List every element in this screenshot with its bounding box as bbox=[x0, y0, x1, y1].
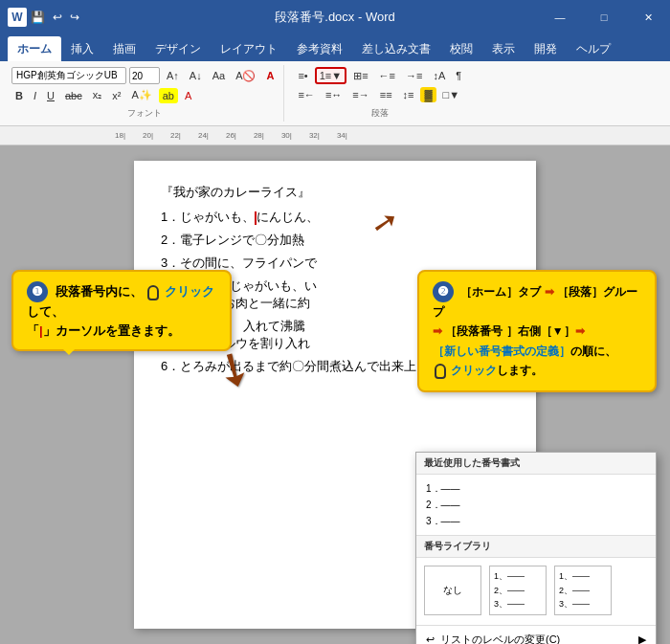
tab-layout[interactable]: レイアウト bbox=[211, 36, 287, 61]
close-button[interactable]: ✕ bbox=[626, 0, 670, 34]
line-spacing-button[interactable]: ↕≡ bbox=[399, 87, 418, 102]
show-marks-button[interactable]: ¶ bbox=[452, 68, 465, 83]
list-numbered-1[interactable]: 1、—— 2、—— 3、—— bbox=[489, 566, 547, 615]
tab-insert[interactable]: 挿入 bbox=[61, 36, 103, 61]
dropdown-level-change[interactable]: ↩ リストのレベルの変更(C) ▶ bbox=[416, 628, 656, 644]
font-color2-button[interactable]: A bbox=[181, 88, 195, 103]
increase-font-button[interactable]: A↑ bbox=[163, 68, 183, 83]
font-row2: B I U abc x₂ x² A✨ ab A bbox=[11, 87, 195, 103]
highlight-button[interactable]: ab bbox=[159, 88, 178, 103]
justify-button[interactable]: ≡≡ bbox=[376, 87, 396, 102]
superscript-button[interactable]: x² bbox=[108, 88, 124, 103]
text-effect-button[interactable]: A✨ bbox=[127, 87, 155, 103]
list-numbered-2[interactable]: 1、—— 2、—— 3、—— bbox=[554, 566, 612, 615]
tab-review[interactable]: 校閲 bbox=[440, 36, 482, 61]
callout-1: ❶ 段落番号内に、 クリックして、 「|」カーソルを置きます。 bbox=[11, 270, 232, 351]
dropdown-library-label: 番号ライブラリ bbox=[416, 535, 656, 558]
dropdown-divider-1 bbox=[416, 625, 656, 626]
level-change-icon: ↩ bbox=[426, 633, 435, 644]
font-row1: A↑ A↓ Aa A🚫 A bbox=[11, 67, 278, 84]
callout1-number: ❶ bbox=[27, 281, 48, 302]
titlebar: W 💾 ↩ ↪ 段落番号.docx - Word — □ ✕ bbox=[0, 0, 670, 34]
callout2-number: ❷ bbox=[433, 281, 454, 302]
text-cursor bbox=[255, 211, 257, 225]
ruler: 18| 20| 22| 24| 26| 28| 30| 32| 34| bbox=[0, 126, 670, 145]
ribbon-tabs: ホーム 挿入 描画 デザイン レイアウト 参考資料 差し込み文書 校閲 表示 開… bbox=[0, 34, 670, 61]
tab-view[interactable]: 表示 bbox=[482, 36, 525, 61]
callout1-text: ❶ 段落番号内に、 クリックして、 「|」カーソルを置きます。 bbox=[27, 281, 216, 340]
italic-button[interactable]: I bbox=[30, 88, 40, 103]
font-case-button[interactable]: Aa bbox=[209, 68, 229, 83]
callout1-cursor: | bbox=[39, 323, 43, 338]
level-change-arrow: ▶ bbox=[638, 633, 646, 644]
callout2-highlight: ［新しい番号書式の定義］ bbox=[433, 344, 570, 358]
increase-indent-button[interactable]: →≡ bbox=[402, 68, 426, 83]
underline-button[interactable]: U bbox=[43, 88, 58, 103]
tab-help[interactable]: ヘルプ bbox=[567, 36, 620, 61]
font-size-input[interactable] bbox=[129, 67, 160, 84]
list-item[interactable]: 1．じゃがいも、にんじん、 bbox=[161, 209, 509, 226]
maximize-button[interactable]: □ bbox=[582, 0, 626, 34]
dropdown-library-items: なし 1、—— 2、—— 3、—— 1、—— 2、—— 3、—— bbox=[416, 558, 656, 623]
clear-format-button[interactable]: A🚫 bbox=[232, 68, 259, 84]
minimize-button[interactable]: — bbox=[538, 0, 582, 34]
ribbon-group-paragraph: ≡• 1≡▼ ⊞≡ ←≡ →≡ ↕A ¶ ≡← ≡↔ ≡→ ≡≡ ↕≡ ▓ □▼… bbox=[288, 65, 471, 122]
borders-button[interactable]: □▼ bbox=[439, 87, 464, 102]
font-name-input[interactable] bbox=[11, 67, 126, 84]
bold-button[interactable]: B bbox=[11, 88, 27, 103]
quick-access: 💾 ↩ ↪ bbox=[31, 11, 79, 24]
subscript-button[interactable]: x₂ bbox=[89, 87, 106, 103]
ribbon-content: A↑ A↓ Aa A🚫 A B I U abc x₂ x² A✨ ab A フォ… bbox=[0, 61, 670, 126]
redo-icon[interactable]: ↪ bbox=[70, 11, 79, 24]
document-area: ❶ 段落番号内に、 クリックして、 「|」カーソルを置きます。 ➘ ❷ ［ホーム… bbox=[0, 145, 670, 644]
save-icon[interactable]: 💾 bbox=[31, 11, 45, 24]
tab-mailings[interactable]: 差し込み文書 bbox=[352, 36, 440, 61]
titlebar-title: 段落番号.docx - Word bbox=[275, 9, 394, 26]
document-title: 『我が家のカレーライス』 bbox=[161, 184, 509, 201]
paragraph-row2: ≡← ≡↔ ≡→ ≡≡ ↕≡ ▓ □▼ bbox=[294, 87, 463, 102]
tab-home[interactable]: ホーム bbox=[8, 36, 61, 61]
callout1-click: クリック bbox=[165, 284, 214, 299]
callout2-click: クリック bbox=[451, 364, 497, 377]
bullet-list-button[interactable]: ≡• bbox=[294, 68, 311, 83]
shading-button[interactable]: ▓ bbox=[420, 87, 436, 102]
callout2-text: ❷ ［ホーム］タブ ➡ ［段落］グループ ➡ ［段落番号 ］右側［▼］➡ ［新し… bbox=[433, 281, 641, 381]
level-change-label: リストのレベルの変更(C) bbox=[440, 633, 560, 644]
titlebar-logo: W 💾 ↩ ↪ bbox=[8, 8, 79, 27]
undo-icon[interactable]: ↩ bbox=[53, 11, 62, 24]
tab-developer[interactable]: 開発 bbox=[525, 36, 567, 61]
tab-design[interactable]: デザイン bbox=[145, 36, 211, 61]
numbered-list-button[interactable]: 1≡▼ bbox=[315, 67, 346, 84]
list-none-item[interactable]: なし bbox=[424, 566, 481, 615]
decrease-indent-button[interactable]: ←≡ bbox=[375, 68, 399, 83]
mouse-icon-2 bbox=[435, 364, 446, 379]
titlebar-controls: — □ ✕ bbox=[538, 0, 670, 34]
tab-references[interactable]: 参考資料 bbox=[287, 36, 352, 61]
dropdown-recent-items: 1．—— 2．—— 3．—— bbox=[416, 475, 656, 535]
callout-2: ❷ ［ホーム］タブ ➡ ［段落］グループ ➡ ［段落番号 ］右側［▼］➡ ［新し… bbox=[417, 270, 657, 392]
dropdown-menu: 最近使用した番号書式 1．—— 2．—— 3．—— 番号ライブラリ なし 1、—… bbox=[415, 452, 657, 644]
list-item[interactable]: 2．電子レンジで〇分加熱 bbox=[161, 232, 509, 249]
font-color-button[interactable]: A bbox=[263, 68, 279, 83]
word-icon: W bbox=[8, 8, 27, 27]
decrease-font-button[interactable]: A↓ bbox=[186, 68, 206, 83]
align-left-button[interactable]: ≡← bbox=[294, 87, 318, 102]
align-right-button[interactable]: ≡→ bbox=[348, 87, 372, 102]
paragraph-row1: ≡• 1≡▼ ⊞≡ ←≡ →≡ ↕A ¶ bbox=[294, 67, 465, 84]
dropdown-recent-label: 最近使用した番号書式 bbox=[416, 453, 656, 475]
sort-button[interactable]: ↕A bbox=[429, 68, 449, 83]
ribbon-group-font: A↑ A↓ Aa A🚫 A B I U abc x₂ x² A✨ ab A フォ… bbox=[6, 65, 284, 122]
mouse-icon-1 bbox=[147, 285, 159, 300]
strikethrough-button[interactable]: abc bbox=[61, 88, 86, 103]
ruler-marks: 18| 20| 22| 24| 26| 28| 30| 32| 34| bbox=[115, 131, 347, 140]
align-center-button[interactable]: ≡↔ bbox=[322, 87, 346, 102]
paragraph-group-label: 段落 bbox=[371, 105, 389, 120]
multilevel-list-button[interactable]: ⊞≡ bbox=[349, 68, 371, 84]
font-group-label: フォント bbox=[127, 105, 162, 120]
tab-draw[interactable]: 描画 bbox=[103, 36, 145, 61]
